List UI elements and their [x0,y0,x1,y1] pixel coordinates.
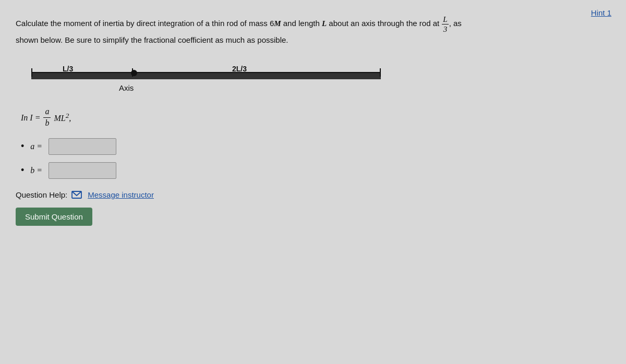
bracket-l3-line [31,72,133,73]
input-row-b: • b = [21,162,610,179]
message-instructor-link[interactable]: Message instructor [88,190,154,199]
2l3-label: 2L/3 [232,65,247,73]
question-text: Calculate the moment of inertia by direc… [16,15,485,46]
fraction-numerator: L [442,15,448,25]
formula-fraction: a b [43,106,51,129]
formula-suffix: ML2, [54,112,71,123]
bullet-b: • [21,165,24,176]
rod-diagram: L/3 2L/3 Axis [31,57,386,99]
formula-denom: b [43,118,51,129]
question-help-row: Question Help: Message instructor [16,190,610,199]
b-label: b = [30,166,42,175]
bracket-2l3-right-tick [380,68,381,77]
question-help-label: Question Help: [16,190,67,199]
input-row-a: • a = [21,138,610,155]
axis-label: Axis [119,83,134,92]
question-text-part1: Calculate the moment of inertia by direc… [16,19,274,28]
a-input[interactable] [49,138,116,155]
axis-fraction: L 3 [442,15,448,34]
bracket-l3: L/3 [31,65,133,79]
b-input[interactable] [49,162,116,179]
a-label: a = [30,142,42,151]
formula-line: In I = a b ML2, [21,106,610,129]
mass-variable: M [274,19,281,28]
submit-question-button[interactable]: Submit Question [16,208,92,226]
fraction-denominator: 3 [442,25,449,34]
length-variable: L [322,19,327,28]
page-container: Hint 1 Calculate the moment of inertia b… [0,0,626,364]
question-text-part3: about an axis through the rod at [327,19,441,28]
formula-numer: a [43,106,51,118]
envelope-icon [71,191,82,199]
bracket-2l3-line [133,72,381,73]
question-text-part2: and length [281,19,322,28]
formula-text-in: In I = [21,113,40,123]
bracket-l3-left-tick [31,68,32,77]
answer-section: In I = a b ML2, • a = • b = [21,106,610,179]
bullet-a: • [21,141,24,152]
l3-label: L/3 [63,65,73,73]
hint-link[interactable]: Hint 1 [591,8,611,17]
bracket-2l3: 2L/3 [133,65,381,79]
